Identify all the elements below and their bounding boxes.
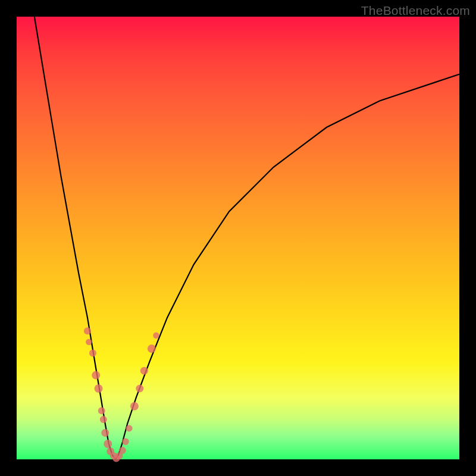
curve-marker: [119, 447, 126, 454]
watermark-text: TheBottleneck.com: [361, 4, 470, 18]
curve-marker: [100, 416, 107, 423]
curve-marker: [122, 438, 129, 445]
curve-marker: [98, 407, 105, 414]
bottleneck-curve: [35, 17, 459, 459]
curve-marker: [92, 371, 100, 380]
curve-marker: [136, 385, 143, 393]
curve-marker: [95, 384, 103, 393]
curve-marker: [84, 327, 91, 334]
curve-marker: [153, 333, 159, 339]
curve-marker: [101, 429, 109, 437]
chart-plot-area: [17, 17, 459, 459]
curve-marker: [104, 440, 112, 448]
curve-marker: [140, 367, 148, 375]
bottleneck-chart-svg: [17, 17, 459, 459]
curve-marker: [130, 402, 139, 411]
curve-markers-group: [84, 327, 159, 462]
curve-marker: [148, 345, 156, 353]
curve-marker: [126, 425, 132, 431]
curve-marker: [89, 349, 96, 356]
curve-marker: [86, 339, 92, 345]
